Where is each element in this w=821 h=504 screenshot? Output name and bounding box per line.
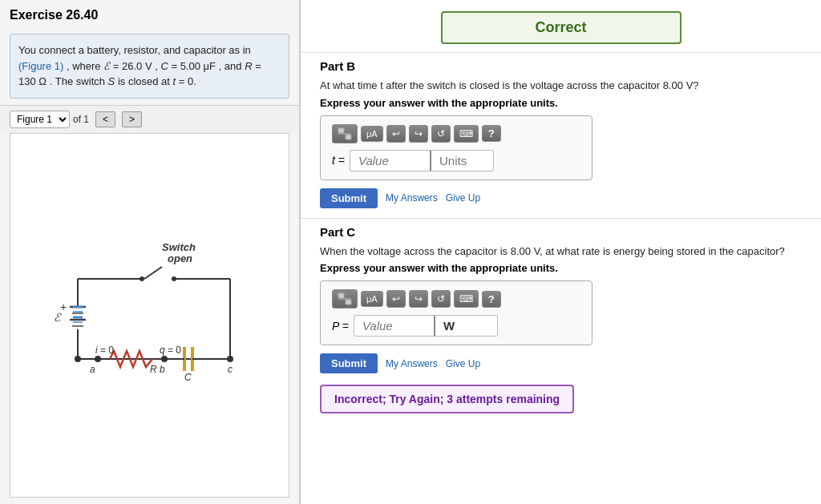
svg-point-3 [140,276,144,281]
part-b-action-row: Submit My Answers Give Up [320,188,802,208]
figure-link[interactable]: (Figure 1) [18,60,63,72]
exercise-description: You connect a battery, resistor, and cap… [10,34,289,99]
unit-btn-b[interactable]: μA [361,126,383,142]
part-c-answer-box: μA ↩ ↪ ↺ ⌨ ? P = [320,280,592,345]
part-b-my-answers-link[interactable]: My Answers [386,192,438,204]
figure-nav: Figure 1 of 1 < > [0,105,299,133]
redo-btn-c[interactable]: ↪ [409,290,428,308]
redo-btn-b[interactable]: ↪ [409,125,428,143]
svg-rect-43 [338,293,344,298]
figure-of-label: of 1 [73,114,89,125]
right-panel: Correct Part B At what time t after the … [301,0,821,504]
correct-banner: Correct [441,11,681,44]
fraction-btn-b[interactable] [332,124,358,143]
figure-next-btn[interactable]: > [122,111,142,127]
svg-text:+: + [60,300,67,313]
circuit-diagram: Switch open [38,235,262,395]
part-c-question: When the voltage across the capacitor is… [320,244,802,260]
svg-text:open: open [168,252,192,264]
part-b-section: Part B At what time t after the switch i… [301,52,821,218]
svg-rect-41 [346,135,351,139]
svg-text:C: C [184,372,192,383]
part-b-value-input[interactable] [350,150,430,171]
part-c-units-input[interactable] [434,315,498,337]
svg-text:R: R [150,364,157,375]
svg-text:a: a [90,364,95,375]
reset-btn-b[interactable]: ↺ [431,125,451,143]
svg-text:i = 0: i = 0 [95,345,114,356]
exercise-title: Exercise 26.40 [0,0,299,27]
figure-prev-btn[interactable]: < [95,111,115,127]
part-b-answer-box: μA ↩ ↪ ↺ ⌨ ? t = [320,115,592,180]
part-b-title: Part B [320,59,802,73]
undo-btn-b[interactable]: ↩ [386,125,406,143]
keyboard-btn-c[interactable]: ⌨ [454,290,479,308]
keyboard-btn-b[interactable]: ⌨ [454,125,479,143]
part-b-submit-btn[interactable]: Submit [320,188,378,208]
part-b-toolbar: μA ↩ ↪ ↺ ⌨ ? [332,124,580,143]
svg-rect-44 [346,300,351,304]
fraction-btn-c[interactable] [332,289,358,308]
part-c-my-answers-link[interactable]: My Answers [386,358,438,369]
part-b-instruction: Express your answer with the appropriate… [320,97,802,109]
part-c-title: Part C [320,225,802,239]
svg-text:q = 0: q = 0 [160,345,181,356]
svg-point-24 [95,356,101,362]
part-b-give-up-link[interactable]: Give Up [446,192,480,204]
svg-line-4 [144,267,162,279]
svg-text:Switch: Switch [162,241,196,253]
part-b-input-row: t = [332,150,580,171]
unit-btn-c[interactable]: μA [361,291,383,307]
svg-text:b: b [160,364,165,375]
part-c-toolbar: μA ↩ ↪ ↺ ⌨ ? [332,289,580,308]
part-c-instruction: Express your answer with the appropriate… [320,262,802,274]
svg-rect-40 [338,128,344,133]
part-c-input-row: P = [332,315,580,337]
part-c-give-up-link[interactable]: Give Up [446,358,480,369]
part-b-eq-label: t = [332,154,345,167]
help-btn-c[interactable]: ? [482,291,501,308]
part-c-value-input[interactable] [354,315,434,337]
svg-text:c: c [228,364,233,375]
part-c-section: Part C When the voltage across the capac… [301,218,821,430]
part-c-eq-label: P = [332,320,349,333]
part-b-units-input[interactable] [430,150,494,171]
undo-btn-c[interactable]: ↩ [386,290,406,308]
part-c-submit-btn[interactable]: Submit [320,353,378,373]
part-c-action-row: Submit My Answers Give Up [320,353,802,373]
left-panel: Exercise 26.40 You connect a battery, re… [0,0,301,504]
incorrect-banner: Incorrect; Try Again; 3 attempts remaini… [320,385,574,413]
reset-btn-c[interactable]: ↺ [431,290,451,308]
help-btn-b[interactable]: ? [482,125,501,142]
figure-select[interactable]: Figure 1 [10,111,70,128]
svg-point-38 [75,356,81,362]
figure-box: Switch open [10,133,289,498]
part-b-question: At what time t after the switch is close… [320,78,802,94]
